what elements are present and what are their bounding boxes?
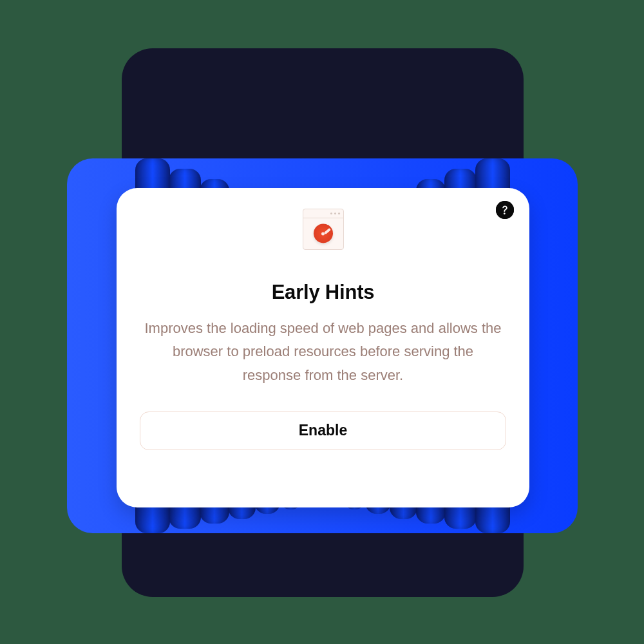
card-description: Improves the loading speed of web pages … <box>140 317 506 387</box>
help-icon[interactable] <box>496 201 514 219</box>
feature-card: Early Hints Improves the loading speed o… <box>117 188 529 507</box>
question-mark-icon <box>496 201 514 219</box>
enable-button[interactable]: Enable <box>140 412 506 450</box>
card-title: Early Hints <box>272 281 375 304</box>
speed-gauge-icon <box>300 206 346 252</box>
